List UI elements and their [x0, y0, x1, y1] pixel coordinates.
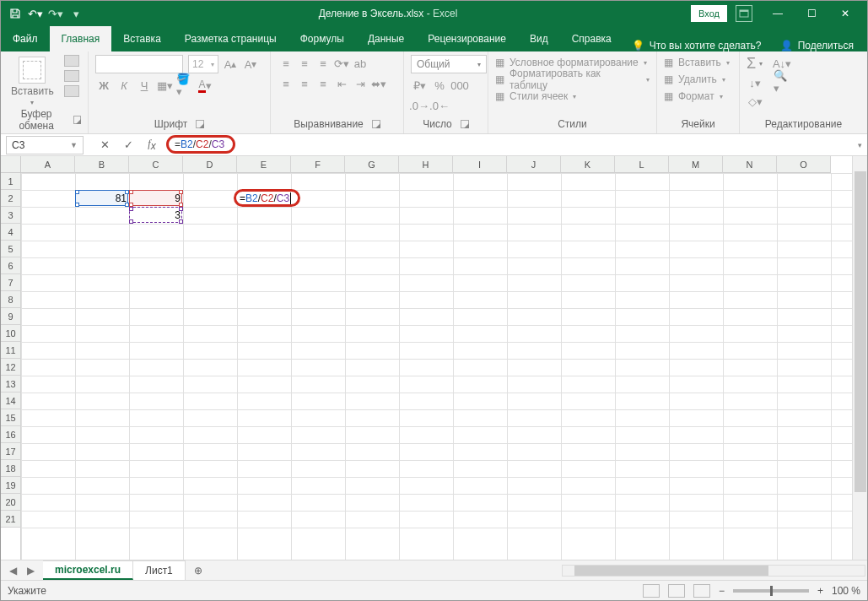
horizontal-scrollbar[interactable]	[211, 560, 867, 580]
cells-area[interactable]: 8193=B2/C2/C3	[21, 173, 852, 560]
insert-function-icon[interactable]: fx	[141, 136, 163, 154]
format-painter-icon[interactable]	[64, 85, 79, 97]
row-header[interactable]: 6	[1, 257, 20, 274]
col-header[interactable]: I	[453, 156, 507, 173]
qat-customize-icon[interactable]: ▾	[67, 4, 85, 23]
row-header[interactable]: 8	[1, 291, 20, 308]
row-header[interactable]: 18	[1, 460, 20, 477]
new-sheet-icon[interactable]: ⊕	[186, 560, 211, 580]
undo-icon[interactable]: ↶▾	[26, 4, 45, 23]
row-header[interactable]: 14	[1, 393, 20, 409]
row-header[interactable]: 11	[1, 342, 20, 359]
dialog-launcher-icon[interactable]	[196, 120, 204, 128]
sheet-tab-1[interactable]: microexcel.ru	[43, 560, 133, 580]
minimize-icon[interactable]: —	[761, 2, 795, 25]
row-header[interactable]: 13	[1, 376, 20, 393]
wrap-text-icon[interactable]: ab	[352, 55, 369, 72]
save-icon[interactable]	[6, 4, 24, 23]
accept-formula-icon[interactable]: ✓	[117, 136, 139, 154]
sign-in-button[interactable]: Вход	[691, 5, 727, 22]
col-header[interactable]: C	[129, 156, 183, 173]
row-header[interactable]: 7	[1, 274, 20, 291]
orientation-icon[interactable]: ⟳▾	[333, 55, 350, 72]
redo-icon[interactable]: ↷▾	[46, 4, 65, 23]
row-header[interactable]: 17	[1, 443, 20, 460]
align-middle-icon[interactable]: ≡	[296, 55, 313, 72]
sheet-tab-2[interactable]: Лист1	[133, 560, 186, 580]
dialog-launcher-icon[interactable]	[461, 120, 469, 128]
row-header[interactable]: 21	[1, 511, 20, 528]
select-all-corner[interactable]	[1, 156, 21, 173]
align-left-icon[interactable]: ≡	[278, 75, 294, 92]
row-header[interactable]: 15	[1, 409, 20, 426]
cancel-formula-icon[interactable]: ✕	[94, 136, 116, 154]
align-center-icon[interactable]: ≡	[296, 75, 313, 92]
prev-sheet-icon[interactable]: ◀	[9, 565, 17, 577]
row-header[interactable]: 9	[1, 308, 20, 325]
tab-help[interactable]: Справка	[560, 26, 623, 51]
col-header[interactable]: B	[75, 156, 129, 173]
row-header[interactable]: 10	[1, 325, 20, 342]
col-header[interactable]: L	[615, 156, 669, 173]
cell-styles[interactable]: ▦Стили ячеек▾	[495, 89, 650, 104]
expand-formula-icon[interactable]: ▾	[852, 136, 867, 154]
formula-input[interactable]: =B2/C2/C3	[163, 136, 852, 154]
col-header[interactable]: N	[723, 156, 777, 173]
cut-icon[interactable]	[64, 55, 79, 67]
zoom-slider[interactable]	[733, 589, 809, 593]
borders-icon[interactable]: ▦▾	[156, 77, 173, 94]
col-header[interactable]: J	[507, 156, 561, 173]
decrease-indent-icon[interactable]: ⇤	[333, 75, 350, 92]
tab-page-layout[interactable]: Разметка страницы	[173, 26, 288, 51]
increase-font-icon[interactable]: A▴	[222, 56, 239, 73]
page-break-view-icon[interactable]	[693, 584, 710, 598]
comma-icon[interactable]: 000	[451, 77, 468, 94]
find-select-icon[interactable]: 🔍▾	[774, 73, 790, 90]
scroll-thumb[interactable]	[574, 566, 768, 576]
dialog-launcher-icon[interactable]	[372, 120, 380, 128]
row-header[interactable]: 4	[1, 224, 20, 241]
font-color-icon[interactable]: A▾	[197, 77, 213, 94]
col-header[interactable]: A	[21, 156, 75, 173]
row-header[interactable]: 5	[1, 241, 20, 257]
underline-button[interactable]: Ч	[136, 77, 153, 94]
copy-icon[interactable]	[64, 70, 79, 82]
tab-file[interactable]: Файл	[1, 26, 50, 51]
row-header[interactable]: 19	[1, 477, 20, 494]
col-header[interactable]: G	[345, 156, 399, 173]
scroll-thumb[interactable]	[855, 171, 866, 492]
sheet-nav[interactable]: ◀▶	[1, 560, 43, 580]
tab-formulas[interactable]: Формулы	[288, 26, 356, 51]
italic-button[interactable]: К	[116, 77, 132, 94]
clear-icon[interactable]: ◇▾	[747, 93, 763, 110]
align-bottom-icon[interactable]: ≡	[315, 55, 332, 72]
col-header[interactable]: F	[291, 156, 345, 173]
share-button[interactable]: 👤Поделиться	[767, 40, 867, 51]
maximize-icon[interactable]: ☐	[795, 2, 828, 25]
fill-icon[interactable]: ↓▾	[747, 74, 763, 91]
number-format[interactable]: Общий▾	[411, 55, 487, 73]
zoom-out-icon[interactable]: −	[719, 585, 725, 597]
increase-indent-icon[interactable]: ⇥	[352, 75, 369, 92]
decrease-font-icon[interactable]: A▾	[242, 56, 259, 73]
autosum-icon[interactable]: Σ	[747, 55, 756, 73]
close-icon[interactable]: ✕	[828, 2, 862, 25]
col-header[interactable]: M	[669, 156, 723, 173]
format-as-table[interactable]: ▦Форматировать как таблицу▾	[495, 72, 650, 87]
page-layout-view-icon[interactable]	[668, 584, 685, 598]
tab-data[interactable]: Данные	[356, 26, 416, 51]
format-cells[interactable]: ▦Формат▾	[664, 89, 730, 104]
tab-review[interactable]: Рецензирование	[416, 26, 518, 51]
fill-color-icon[interactable]: 🪣▾	[176, 77, 193, 94]
row-header[interactable]: 1	[1, 173, 20, 190]
font-size[interactable]: 12▾	[188, 55, 218, 73]
font-name[interactable]	[95, 55, 183, 73]
col-header[interactable]: O	[777, 156, 831, 173]
col-header[interactable]: E	[237, 156, 291, 173]
bold-button[interactable]: Ж	[95, 77, 112, 94]
dialog-launcher-icon[interactable]	[73, 116, 81, 124]
merge-icon[interactable]: ⬌▾	[370, 75, 387, 92]
row-header[interactable]: 2	[1, 190, 20, 207]
next-sheet-icon[interactable]: ▶	[27, 565, 35, 577]
active-cell-formula[interactable]: =B2/C2/C3	[234, 189, 300, 207]
